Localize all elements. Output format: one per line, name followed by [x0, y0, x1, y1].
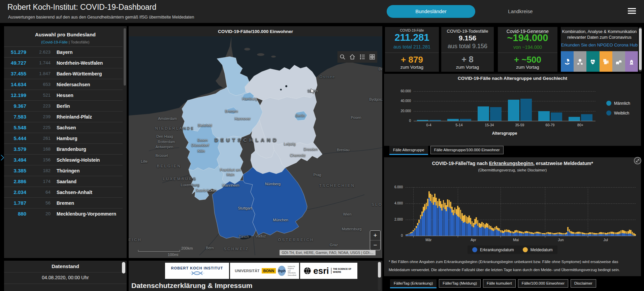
bar-meldedatum [494, 227, 496, 230]
map-area[interactable]: DEUTSCHLANDOstseeHamburgBremenHannoverBe… [129, 36, 382, 258]
bundesland-row[interactable]: 88020Mecklenburg-Vorpommern [4, 208, 123, 219]
logos-panel: ROBERT KOCH INSTITUT UNIVERSITÄT BONN ih… [129, 261, 382, 291]
hub-tile-alert-icon[interactable] [625, 51, 638, 72]
hub-tile-traffic-icon[interactable] [612, 51, 625, 72]
daily-bar [576, 232, 577, 236]
age-bar-weiblich [490, 107, 502, 121]
daily-bar [443, 200, 444, 236]
time-tab[interactable]: Fälle/Tag (Erkrankung) [390, 279, 437, 288]
month-label: Mai [509, 238, 523, 242]
toggle-landkreise-button[interactable]: Landkreise [492, 5, 549, 18]
time-tab[interactable]: Fälle/100.000 Einwohner [518, 279, 568, 288]
time-chart-legend: ErkrankungsdatumMeldedatum [384, 246, 641, 254]
uni-bonn-logo[interactable]: UNIVERSITÄT BONN ihph Institut für Hygie… [230, 263, 299, 279]
bar-erkrankungsdatum [554, 234, 556, 236]
age-bar-männlich [478, 106, 489, 121]
hub-tile-health-icon[interactable] [586, 51, 599, 72]
kpi-delta: + 8 [441, 55, 494, 64]
bundesland-deaths: 521 [30, 93, 51, 98]
age-tab[interactable]: Fälle Altersgruppe [389, 146, 428, 155]
hub-tile-environment-icon[interactable] [561, 51, 574, 72]
expand-panel-button[interactable] [634, 157, 641, 164]
sidebar-scrollbar[interactable] [124, 28, 126, 86]
bundesland-row[interactable]: 2.886174Saarland [4, 176, 123, 187]
toggle-bundeslaender-button[interactable]: Bundesländer [387, 5, 475, 18]
sidebar-expand-chevron-icon[interactable] [0, 154, 4, 161]
bundesland-row[interactable]: 2.03464Sachsen-Anhalt [4, 187, 123, 197]
map-label: Amsterdam [158, 117, 177, 121]
legend-item[interactable]: Meldedatum [523, 247, 553, 252]
hamburger-menu-icon[interactable] [628, 8, 637, 15]
daily-bar [606, 233, 607, 236]
map-label: Bremen [225, 109, 238, 113]
legend-item[interactable]: Männlich [606, 101, 630, 106]
bar-meldedatum [454, 207, 456, 213]
daily-bar [497, 228, 498, 236]
bar-erkrankungsdatum [559, 234, 560, 236]
legend-list-icon[interactable] [359, 54, 366, 60]
daily-bar [532, 232, 533, 236]
bar-meldedatum [424, 204, 425, 211]
home-icon[interactable] [349, 54, 356, 60]
map-label: Essen [197, 138, 208, 142]
bundesland-name: Saarland [57, 179, 76, 184]
axis-category-label: 15-34 [474, 123, 505, 127]
bar-meldedatum [516, 230, 517, 232]
bar-erkrankungsdatum [610, 234, 612, 236]
bar-erkrankungsdatum [453, 215, 454, 236]
daily-bar [477, 220, 479, 236]
impressum-heading[interactable]: Datenschutzerklärung & Impressum [131, 282, 252, 290]
hub-tile-area-icon[interactable] [600, 51, 612, 72]
bundesland-row[interactable]: 3.579168Brandenburg [4, 143, 123, 154]
bundesland-row[interactable]: 51.2792.623Bayern [4, 46, 123, 57]
daily-bar [530, 232, 532, 236]
bundesland-row[interactable]: 9.367223Berlin [4, 100, 123, 111]
bar-meldedatum [490, 226, 491, 229]
bundesland-row[interactable]: 3.494156Schleswig-Holstein [4, 154, 123, 165]
month-tick [588, 236, 588, 237]
bar-erkrankungsdatum [421, 216, 423, 236]
bundesland-row[interactable]: 49.7271.744Nordrhein-Westfalen [4, 57, 123, 68]
hub-tile-map-pin-icon[interactable] [574, 51, 586, 72]
search-icon[interactable] [339, 54, 346, 60]
esri-logo[interactable]: esri THE SCIENCE OF WHERE [300, 263, 357, 279]
bar-erkrankungsdatum [619, 234, 620, 236]
stats-scrollbar[interactable] [639, 28, 642, 70]
bundesland-row[interactable]: 7.583239Rheinland-Pfalz [4, 111, 123, 122]
kpi-card-cases: COVID-19-Fälle 211.281 aus total 211.281… [385, 27, 439, 72]
zoom-out-button[interactable]: − [370, 240, 380, 250]
bundesland-row[interactable]: 14.634653Niedersachsen [4, 79, 123, 90]
bundesland-row[interactable]: 5.548225Sachsen [4, 122, 123, 133]
time-tab[interactable]: Fälle/Tag (Meldung) [439, 279, 481, 288]
basemap-grid-icon[interactable] [369, 54, 376, 60]
age-bar-männlich [508, 100, 519, 121]
bar-erkrankungsdatum [463, 223, 464, 236]
npgeo-hub-link[interactable]: Erkunden Sie den NPGEO Corona Hub [561, 42, 638, 47]
age-bar-group [535, 91, 565, 121]
bundesland-row[interactable]: 3.385182Thüringen [4, 165, 123, 176]
legend-item[interactable]: Weiblich [606, 110, 630, 116]
daily-bar [537, 232, 539, 236]
legend-cases-label[interactable]: (Covid-19-Fälle [41, 40, 68, 44]
daily-bar [481, 222, 483, 236]
rki-logo[interactable]: ROBERT KOCH INSTITUT [165, 263, 229, 279]
logos-scrollbar[interactable] [378, 262, 381, 278]
bundesland-row[interactable]: 5.444261Hamburg [4, 133, 123, 143]
daily-bar [570, 231, 572, 236]
zoom-in-button[interactable]: + [370, 231, 380, 240]
legend-label: Erkrankungsdatum [480, 248, 514, 252]
time-tab[interactable]: Fälle kumuliert [483, 279, 516, 288]
bar-meldedatum [506, 229, 507, 232]
daily-bar [496, 226, 497, 236]
bundesland-row[interactable]: 1.78756Bremen [4, 197, 123, 208]
datenstand-scrollbar[interactable] [122, 262, 125, 273]
bundesland-row[interactable]: 12.199521Hessen [4, 90, 123, 100]
bundesland-row[interactable]: 37.4551.847Baden-Württemberg [4, 68, 123, 79]
daily-bar [583, 233, 584, 236]
age-tab[interactable]: Fälle Altersgruppe/100.000 Einwohner [430, 146, 504, 154]
age-bar-männlich [447, 119, 459, 121]
legend-deaths-label[interactable]: Todesfälle) [71, 40, 90, 44]
legend-item[interactable]: Erkrankungsdatum [472, 247, 514, 252]
legend-swatch [523, 247, 528, 252]
time-tab[interactable]: Disclaimer [571, 279, 596, 288]
